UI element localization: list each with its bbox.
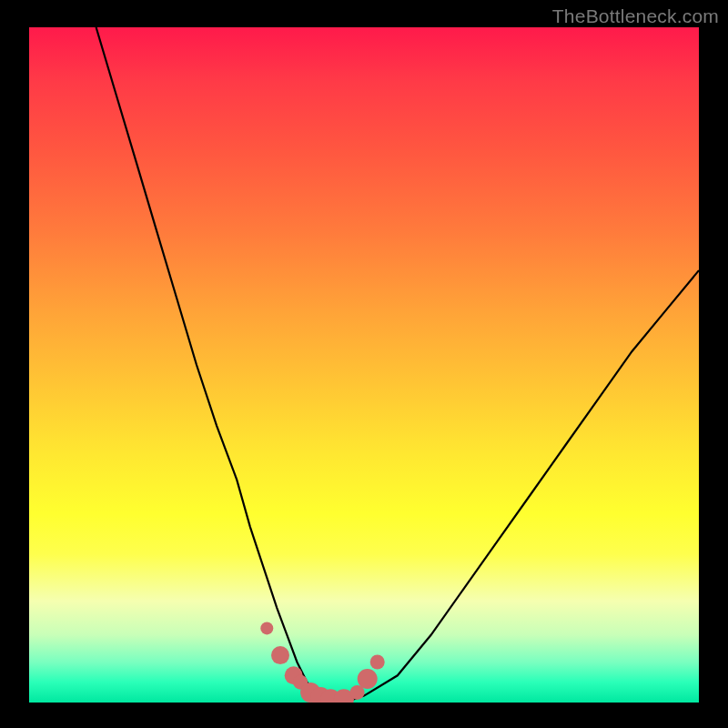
marker-dot (260, 622, 273, 634)
marker-dot (271, 646, 289, 664)
highlight-points (260, 622, 384, 703)
watermark-text: TheBottleneck.com (552, 5, 719, 27)
marker-dot (370, 655, 385, 670)
bottleneck-curve (96, 27, 699, 703)
marker-dot (358, 669, 378, 689)
plot-area (29, 27, 699, 703)
chart-frame: TheBottleneck.com (0, 0, 728, 728)
chart-svg (29, 27, 699, 703)
